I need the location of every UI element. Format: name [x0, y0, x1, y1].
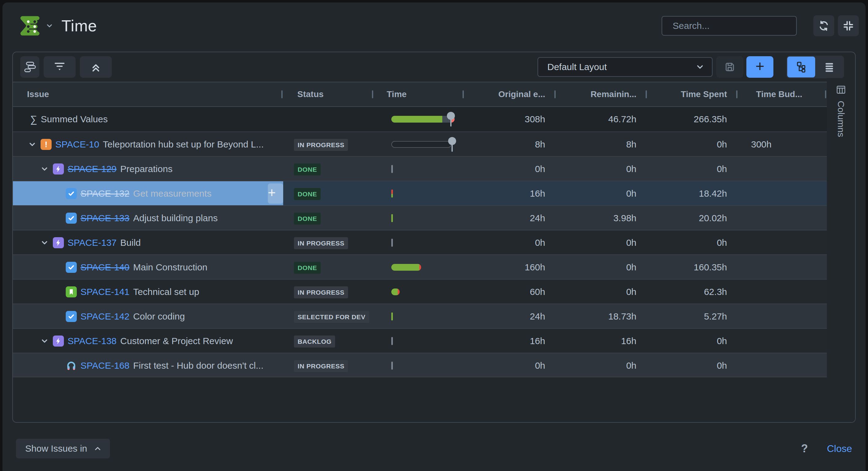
status-cell: DONE [283, 255, 374, 279]
help-button[interactable]: ? [801, 442, 808, 455]
column-resize-handle[interactable] [281, 90, 283, 98]
issue-cell: SPACE-138Customer & Project Review [13, 329, 283, 353]
time-progress-tick [391, 313, 393, 320]
expand-chevron-icon[interactable] [40, 165, 49, 174]
issue-row-space-137[interactable]: SPACE-137BuildIN PROGRESS0h0h0h [13, 230, 827, 255]
issue-summary: Main Construction [133, 262, 208, 272]
list-view-toggle[interactable] [815, 57, 843, 78]
issue-row-space-168[interactable]: SPACE-168First test - Hub door doesn't c… [13, 353, 827, 377]
issue-row-space-132[interactable]: SPACE-132Get measurements+DONE16h0h18.42… [13, 181, 827, 205]
issue-type-story-bolt-icon [53, 164, 64, 175]
search-input[interactable] [673, 21, 791, 31]
layout-select[interactable]: Default Layout [537, 57, 713, 77]
columns-rail[interactable]: Columns [827, 78, 855, 422]
issue-key-link[interactable]: SPACE-137 [68, 237, 117, 248]
page-title: Time [61, 17, 97, 35]
column-header-original-estimate[interactable]: Original e... [464, 82, 556, 106]
status-cell: IN PROGRESS [283, 279, 374, 303]
tree-view-toggle[interactable] [787, 57, 815, 78]
status-badge: DONE [294, 262, 321, 274]
issue-key-link[interactable]: SPACE-140 [81, 262, 130, 272]
issue-summary: Adjust building plans [133, 213, 218, 224]
save-layout-button[interactable] [716, 56, 743, 78]
issue-row-space-129[interactable]: SPACE-129PreparationsDONE0h0h0h [13, 156, 827, 181]
filter-button[interactable] [43, 56, 75, 78]
status-cell: BACKLOG [283, 329, 374, 353]
status-cell: SELECTED FOR DEV [283, 304, 374, 328]
issue-key-link[interactable]: SPACE-132 [81, 188, 130, 199]
column-header-status[interactable]: Status [283, 82, 374, 106]
issue-key-link[interactable]: SPACE-168 [81, 360, 130, 371]
original-estimate-value: 60h [464, 279, 556, 303]
issue-summary: Preparations [120, 164, 173, 174]
overrun-cap [419, 264, 421, 271]
column-header-time-budget[interactable]: Time Bud... [738, 82, 827, 106]
status-badge: BACKLOG [294, 335, 335, 348]
add-child-issue-button[interactable]: + [268, 183, 283, 204]
summary-row[interactable]: ∑Summed Values308h46.72h266.35h [13, 107, 827, 131]
issue-key-link[interactable]: SPACE-142 [81, 311, 130, 322]
expand-chevron-icon[interactable] [28, 140, 37, 149]
column-resize-handle[interactable] [736, 90, 738, 98]
titlebar: Time [2, 2, 866, 49]
time-cell [374, 329, 464, 353]
expand-chevron-icon[interactable] [40, 336, 49, 346]
report-panel: Default Layout + [12, 52, 856, 423]
layout-select-value: Default Layout [547, 62, 695, 72]
issue-row-space-138[interactable]: SPACE-138Customer & Project ReviewBACKLO… [13, 328, 827, 353]
app-switcher-chevron-icon[interactable] [45, 22, 54, 30]
time-progress-tick [391, 239, 393, 247]
slider-pin-handle[interactable] [448, 137, 456, 152]
status-badge: DONE [294, 188, 321, 200]
add-issue-toolbar-button[interactable]: + [746, 56, 773, 78]
search-box[interactable] [661, 16, 797, 36]
table-header: IssueStatusTimeOriginal e...Remainin...T… [13, 82, 827, 107]
column-header-time-spent[interactable]: Time Spent [648, 82, 738, 106]
issue-key-link[interactable]: SPACE-129 [68, 164, 117, 174]
status-cell: DONE [283, 157, 374, 181]
issue-row-space-141[interactable]: SPACE-141Technical set upIN PROGRESS60h0… [13, 279, 827, 303]
columns-icon [836, 85, 846, 95]
column-resize-handle[interactable] [554, 90, 556, 98]
estimate-slider-track[interactable] [391, 141, 452, 148]
expand-chevron-icon[interactable] [40, 238, 49, 247]
group-by-icon [24, 61, 36, 73]
status-cell: DONE [283, 206, 374, 230]
show-issues-in-button[interactable]: Show Issues in [16, 439, 110, 459]
column-resize-handle[interactable] [825, 90, 826, 98]
issue-key-link[interactable]: SPACE-133 [81, 213, 130, 224]
save-icon [724, 61, 736, 73]
issue-row-space-142[interactable]: SPACE-142Color codingSELECTED FOR DEV24h… [13, 303, 827, 328]
issue-cell: SPACE-140Main Construction [13, 255, 283, 279]
column-resize-handle[interactable] [463, 90, 464, 98]
original-estimate-value: 24h [464, 304, 556, 328]
column-resize-handle[interactable] [646, 90, 647, 98]
column-header-issue[interactable]: Issue [13, 82, 283, 106]
column-header-time[interactable]: Time [374, 82, 464, 106]
refresh-button[interactable] [813, 16, 834, 36]
group-by-button[interactable] [20, 56, 39, 78]
time-budget-value [738, 329, 827, 353]
view-toggle-group [786, 56, 844, 78]
issue-key-link[interactable]: SPACE-138 [68, 336, 117, 346]
column-resize-handle[interactable] [372, 90, 373, 98]
chevron-down-icon [695, 62, 705, 71]
issue-cell: ∑Summed Values [13, 107, 283, 131]
issue-row-space-140[interactable]: SPACE-140Main ConstructionDONE160h0h160.… [13, 255, 827, 279]
issue-row-space-133[interactable]: SPACE-133Adjust building plansDONE24h3.9… [13, 205, 827, 230]
collapse-dialog-button[interactable] [838, 16, 859, 36]
issue-row-space-10[interactable]: !SPACE-10Teleportation hub set up for Be… [13, 131, 827, 156]
issue-summary: First test - Hub door doesn't cl... [133, 360, 264, 371]
collapse-all-icon [90, 61, 101, 72]
issue-key-link[interactable]: SPACE-10 [55, 139, 99, 150]
collapse-all-button[interactable] [80, 56, 112, 78]
column-header-remaining-estimate[interactable]: Remainin... [556, 82, 648, 106]
issue-key-link[interactable]: SPACE-141 [81, 287, 130, 297]
slider-pin-handle[interactable] [447, 112, 455, 126]
remaining-estimate-value: 8h [556, 132, 648, 156]
status-cell: DONE [283, 181, 374, 205]
status-badge: SELECTED FOR DEV [294, 311, 369, 323]
close-button[interactable]: Close [827, 443, 852, 454]
status-badge: DONE [294, 213, 321, 225]
time-cell [374, 230, 464, 255]
